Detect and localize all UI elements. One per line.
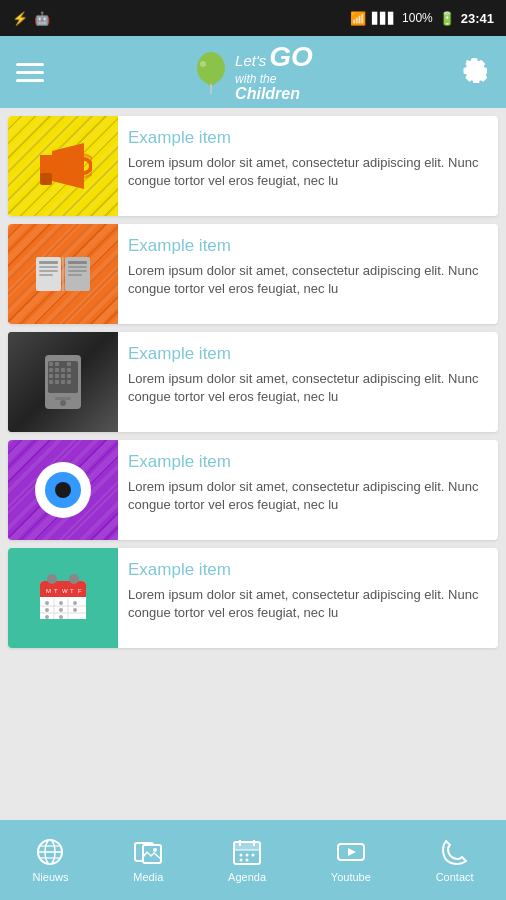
svg-point-55: [59, 615, 63, 619]
svg-point-74: [240, 854, 243, 857]
play-icon: [336, 837, 366, 867]
svg-rect-37: [55, 397, 71, 400]
svg-point-2: [200, 61, 206, 67]
status-left-icons: ⚡ 🤖: [12, 11, 50, 26]
nav-item-agenda[interactable]: Agenda: [228, 837, 266, 883]
svg-point-77: [240, 859, 243, 862]
svg-point-48: [45, 601, 49, 605]
svg-text:T: T: [54, 588, 58, 594]
content-list: Example item Lorem ipsum dolor sit amet,…: [0, 108, 506, 820]
svg-text:F: F: [78, 588, 82, 594]
item-icon-book: [8, 224, 118, 324]
item-icon-calendar: M T W T F: [8, 548, 118, 648]
svg-point-41: [47, 574, 57, 584]
item-title: Example item: [128, 344, 488, 364]
list-item[interactable]: Example item Lorem ipsum dolor sit amet,…: [8, 116, 498, 216]
svg-rect-30: [55, 380, 59, 384]
app-bar: Let's GO with the Children: [0, 36, 506, 108]
svg-rect-35: [67, 380, 71, 384]
svg-rect-24: [55, 368, 59, 372]
settings-button[interactable]: [462, 55, 490, 89]
svg-rect-15: [68, 266, 87, 268]
svg-rect-16: [68, 270, 87, 272]
globe-icon: [35, 837, 65, 867]
svg-rect-70: [234, 842, 260, 850]
signal-icon: ▋▋▋: [372, 12, 396, 25]
list-item[interactable]: Example item Lorem ipsum dolor sit amet,…: [8, 440, 498, 540]
hamburger-menu[interactable]: [16, 63, 44, 82]
status-right-icons: 📶 ▋▋▋ 100% 🔋 23:41: [350, 11, 494, 26]
item-text: Example item Lorem ipsum dolor sit amet,…: [118, 548, 498, 648]
item-title: Example item: [128, 128, 488, 148]
item-text: Example item Lorem ipsum dolor sit amet,…: [118, 332, 498, 432]
svg-rect-14: [68, 261, 87, 264]
svg-point-49: [59, 601, 63, 605]
svg-rect-33: [67, 368, 71, 372]
nav-item-youtube[interactable]: Youtube: [331, 837, 371, 883]
svg-point-76: [252, 854, 255, 857]
android-icon: 🤖: [34, 11, 50, 26]
item-desc: Lorem ipsum dolor sit amet, consectetur …: [128, 370, 488, 406]
svg-rect-26: [49, 374, 53, 378]
svg-point-42: [69, 574, 79, 584]
battery-percent: 100%: [402, 11, 433, 25]
clock: 23:41: [461, 11, 494, 26]
svg-point-53: [73, 608, 77, 612]
item-desc: Lorem ipsum dolor sit amet, consectetur …: [128, 586, 488, 622]
eye-pupil: [55, 482, 71, 498]
megaphone-svg: [34, 141, 92, 191]
nav-label-media: Media: [133, 871, 163, 883]
logo-children: Children: [235, 85, 313, 103]
logo-lets: Let's: [235, 52, 266, 69]
app-logo: Let's GO with the Children: [193, 41, 313, 103]
book-svg: [32, 249, 94, 299]
item-title: Example item: [128, 236, 488, 256]
svg-point-52: [59, 608, 63, 612]
svg-rect-29: [49, 380, 53, 384]
svg-text:M: M: [46, 588, 51, 594]
svg-rect-32: [67, 362, 71, 366]
svg-point-51: [45, 608, 49, 612]
status-bar: ⚡ 🤖 📶 ▋▋▋ 100% 🔋 23:41: [0, 0, 506, 36]
nav-item-contact[interactable]: Contact: [436, 837, 474, 883]
svg-point-75: [246, 854, 249, 857]
svg-marker-4: [52, 143, 84, 189]
item-text: Example item Lorem ipsum dolor sit amet,…: [118, 116, 498, 216]
svg-point-0: [197, 52, 225, 84]
list-item[interactable]: Example item Lorem ipsum dolor sit amet,…: [8, 332, 498, 432]
logo-with: with the: [235, 73, 313, 85]
nav-label-contact: Contact: [436, 871, 474, 883]
nav-label-nieuws: Nieuws: [32, 871, 68, 883]
svg-rect-27: [55, 374, 59, 378]
hamburger-line-3: [16, 79, 44, 82]
nav-item-media[interactable]: Media: [133, 837, 163, 883]
nav-label-youtube: Youtube: [331, 871, 371, 883]
svg-rect-17: [68, 274, 82, 276]
svg-text:T: T: [70, 588, 74, 594]
list-item[interactable]: Example item Lorem ipsum dolor sit amet,…: [8, 224, 498, 324]
hamburger-line-2: [16, 71, 44, 74]
item-icon-phone: [8, 332, 118, 432]
item-title: Example item: [128, 560, 488, 580]
mobile-phone-svg: [41, 353, 85, 411]
logo-text-group: Let's GO with the Children: [235, 41, 313, 103]
balloon-icon: [193, 50, 229, 94]
svg-point-50: [73, 601, 77, 605]
photos-icon: [133, 837, 163, 867]
list-item[interactable]: M T W T F Example item Lorem ipsum dolor…: [8, 548, 498, 648]
nav-item-nieuws[interactable]: Nieuws: [32, 837, 68, 883]
item-text: Example item Lorem ipsum dolor sit amet,…: [118, 440, 498, 540]
svg-rect-22: [55, 362, 59, 366]
wifi-icon: 📶: [350, 11, 366, 26]
svg-rect-25: [61, 368, 65, 372]
svg-text:W: W: [62, 588, 68, 594]
svg-rect-34: [67, 374, 71, 378]
item-text: Example item Lorem ipsum dolor sit amet,…: [118, 224, 498, 324]
calendar-svg: M T W T F: [36, 571, 90, 625]
item-desc: Lorem ipsum dolor sit amet, consectetur …: [128, 262, 488, 298]
hamburger-line-1: [16, 63, 44, 66]
svg-rect-28: [61, 374, 65, 378]
usb-icon: ⚡: [12, 11, 28, 26]
svg-rect-13: [39, 274, 53, 276]
svg-rect-5: [40, 173, 52, 185]
